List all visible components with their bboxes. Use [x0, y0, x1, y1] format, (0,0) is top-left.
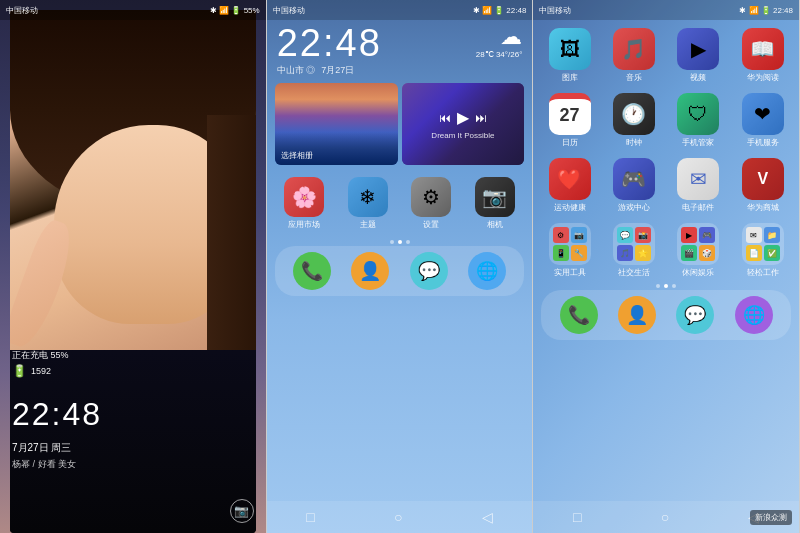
calendar-label: 日历	[562, 137, 578, 148]
nav-recent[interactable]: ◁	[482, 509, 493, 525]
folder-social-label: 社交生活	[618, 267, 650, 278]
dock-contacts[interactable]: 👤	[351, 252, 389, 290]
music-card[interactable]: ⏮ ▶ ⏭ Dream It Possible	[402, 83, 525, 165]
gallery-icon: 🖼	[549, 28, 591, 70]
dot3-1	[656, 284, 660, 288]
themes-icon: ❄	[348, 177, 388, 217]
reader-icon: 📖	[742, 28, 784, 70]
phone2-nav-bar: □ ○ ◁	[267, 501, 533, 533]
phone1-status-bar: 中国移动 ✱ 📶 🔋 55%	[0, 0, 266, 20]
dock3-contacts[interactable]: 👤	[618, 296, 656, 334]
app-phoneservice[interactable]: ❤ 手机服务	[733, 93, 793, 148]
phone2-date: 7月27日	[321, 64, 354, 77]
appstore-icon: 🌸	[284, 177, 324, 217]
phone1-camera-icon[interactable]: 📷	[230, 499, 254, 523]
phone-homescreen: 中国移动 ✱ 📶 🔋 22:48 22:48 中山市 ◎ 7月27日 ☁ 28℃…	[267, 0, 534, 533]
outer-container: 中国移动 ✱ 📶 🔋 55% 正在充电 55% 🔋 1592 22:48 7月2…	[0, 0, 800, 533]
vmall-label: 华为商城	[747, 202, 779, 213]
music-label: 音乐	[626, 72, 642, 83]
phone1-name: 杨幂 / 好看 美女	[12, 458, 76, 471]
phone3-status-bar: 中国移动 ✱ 📶 🔋 22:48	[533, 0, 799, 20]
phone1-date: 7月27日 周三	[12, 441, 71, 455]
folder-tools-icon: ⚙ 📷 📱 🔧	[549, 223, 591, 265]
phone3-carrier: 中国移动	[539, 5, 571, 16]
camera-label: 相机	[487, 219, 503, 230]
dot-3	[406, 240, 410, 244]
app-appstore[interactable]: 🌸 应用市场	[275, 177, 334, 230]
dock3-phone[interactable]: 📞	[560, 296, 598, 334]
app-reader[interactable]: 📖 华为阅读	[733, 28, 793, 83]
next-btn[interactable]: ⏭	[475, 111, 487, 125]
app-vmall[interactable]: V 华为商城	[733, 158, 793, 213]
reader-label: 华为阅读	[747, 72, 779, 83]
watermark: 新浪众测	[750, 510, 792, 525]
album-card[interactable]: 选择相册	[275, 83, 398, 165]
camera-icon: 📷	[475, 177, 515, 217]
video-label: 视频	[690, 72, 706, 83]
folder-social[interactable]: 💬 📸 🎵 ⭐ 社交生活	[604, 223, 664, 278]
phone1-carrier: 中国移动	[6, 5, 38, 16]
app-clock[interactable]: 🕐 时钟	[604, 93, 664, 148]
folder-tools-label: 实用工具	[554, 267, 586, 278]
dot3-3	[672, 284, 676, 288]
phone2-city: 中山市 ◎	[277, 64, 316, 77]
folder-work-label: 轻松工作	[747, 267, 779, 278]
nav-back[interactable]: ○	[394, 509, 402, 525]
music-controls: ⏮ ▶ ⏭	[439, 108, 487, 127]
app-camera[interactable]: 📷 相机	[465, 177, 524, 230]
app-health[interactable]: ❤️ 运动健康	[539, 158, 599, 213]
music-title: Dream It Possible	[431, 131, 494, 140]
phonemanager-label: 手机管家	[682, 137, 714, 148]
dock-messages[interactable]: 💬	[410, 252, 448, 290]
appstore-label: 应用市场	[288, 219, 320, 230]
calendar-icon: 27	[549, 93, 591, 135]
dot3-2	[664, 284, 668, 288]
app-phonemanager[interactable]: 🛡 手机管家	[668, 93, 728, 148]
phone2-app-grid: 🌸 应用市场 ❄ 主题 ⚙ 设置 📷 相机	[267, 169, 533, 238]
app-email[interactable]: ✉ 电子邮件	[668, 158, 728, 213]
play-btn[interactable]: ▶	[457, 108, 469, 127]
phone3-dock: 📞 👤 💬 🌐	[541, 290, 791, 340]
health-icon: ❤️	[549, 158, 591, 200]
phoneservice-icon: ❤	[742, 93, 784, 135]
dock3-browser[interactable]: 🌐	[735, 296, 773, 334]
dot-2	[398, 240, 402, 244]
folder-tools[interactable]: ⚙ 📷 📱 🔧 实用工具	[539, 223, 599, 278]
phone1-time: 22:48	[12, 396, 102, 433]
prev-btn[interactable]: ⏮	[439, 111, 451, 125]
app-music[interactable]: 🎵 音乐	[604, 28, 664, 83]
phone3-app-grid: 🖼 图库 🎵 音乐 ▶ 视频 📖 华为阅读 27 日历	[533, 20, 799, 282]
phone2-weather: ☁ 28℃ 34°/26°	[476, 24, 523, 59]
music-icon: 🎵	[613, 28, 655, 70]
folder-work[interactable]: ✉ 📁 📄 ✅ 轻松工作	[733, 223, 793, 278]
phone1-status-icons: ✱ 📶 🔋 55%	[210, 6, 260, 15]
folder-entertainment-label: 休闲娱乐	[682, 267, 714, 278]
settings-icon: ⚙	[411, 177, 451, 217]
clock-label: 时钟	[626, 137, 642, 148]
app-gallery[interactable]: 🖼 图库	[539, 28, 599, 83]
phone3-page-dots	[533, 282, 799, 290]
settings-label: 设置	[423, 219, 439, 230]
nav-home[interactable]: □	[306, 509, 314, 525]
app-calendar[interactable]: 27 日历	[539, 93, 599, 148]
folder-work-icon: ✉ 📁 📄 ✅	[742, 223, 784, 265]
app-settings[interactable]: ⚙ 设置	[402, 177, 461, 230]
nav3-home[interactable]: □	[573, 509, 581, 525]
phone-appgrid: 中国移动 ✱ 📶 🔋 22:48 🖼 图库 🎵 音乐 ▶ 视频 📖 华为阅读	[533, 0, 800, 533]
nav3-back[interactable]: ○	[661, 509, 669, 525]
health-label: 运动健康	[554, 202, 586, 213]
dock3-messages[interactable]: 💬	[676, 296, 714, 334]
app-gamecenter[interactable]: 🎮 游戏中心	[604, 158, 664, 213]
phone2-page-dots	[267, 238, 533, 246]
folder-social-icon: 💬 📸 🎵 ⭐	[613, 223, 655, 265]
dock-phone[interactable]: 📞	[293, 252, 331, 290]
phone2-status-bar: 中国移动 ✱ 📶 🔋 22:48	[267, 0, 533, 20]
dock-browser[interactable]: 🌐	[468, 252, 506, 290]
phone3-right-icons: ✱ 📶 🔋 22:48	[739, 6, 793, 15]
app-video[interactable]: ▶ 视频	[668, 28, 728, 83]
app-themes[interactable]: ❄ 主题	[338, 177, 397, 230]
phone2-clock: 22:48	[277, 24, 382, 62]
folder-entertainment[interactable]: ▶ 🎮 🎬 🎲 休闲娱乐	[668, 223, 728, 278]
email-icon: ✉	[677, 158, 719, 200]
gamecenter-label: 游戏中心	[618, 202, 650, 213]
